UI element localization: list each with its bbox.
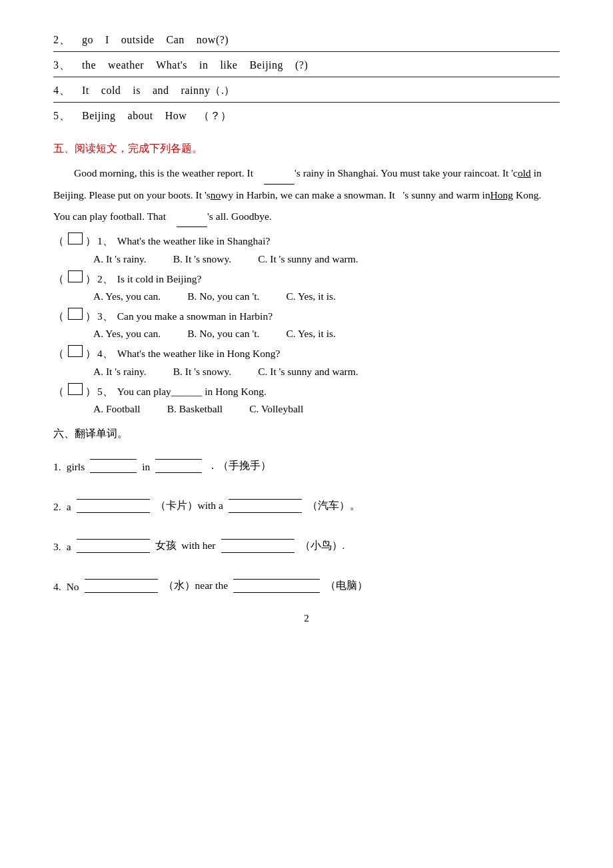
tr1-blank1-top[interactable] (90, 448, 137, 460)
q1-answer-box[interactable] (68, 232, 83, 244)
sentence-5-w3: How (165, 110, 187, 122)
q1-option-c: C. It 's sunny and warm. (258, 253, 358, 265)
q3-open-paren: （ (53, 308, 64, 325)
q5-answers: A. Football B. Basketball C. Volleyball (93, 403, 560, 415)
sentences-section: 2、 go I outside Can now(?) 3、 the weathe… (53, 27, 560, 127)
tr4-blank2-bot[interactable] (233, 581, 320, 593)
tr2-blank2-top[interactable] (229, 488, 302, 500)
sentence-5: 5、 Beijing about How （？） (53, 103, 560, 127)
tr2-a: a (67, 501, 71, 513)
tr1-blank1-bot[interactable] (90, 461, 137, 473)
sentence-3-w7: (?) (295, 59, 308, 71)
tr4-num: 4. (53, 581, 61, 593)
q2-close-paren: ） (85, 270, 96, 288)
tr1-blank2-top[interactable] (155, 448, 202, 460)
q1-option-b: B. It 's snowy. (173, 253, 231, 265)
q5-num: 5、 (97, 383, 113, 400)
sentence-2-w3: outside (121, 34, 155, 46)
tr1-w1: girls (67, 461, 85, 473)
sentence-4-w4: and (153, 85, 169, 97)
tr2-note: （汽车）。 (307, 499, 360, 513)
tr1-in: in (142, 461, 150, 473)
translate-row-1: 1. girls in ．（手挽手） (53, 448, 560, 473)
tr2-mid: （卡片）with a (155, 499, 223, 513)
tr3-blank2-bot[interactable] (221, 541, 295, 553)
sentence-4-w2: cold (101, 85, 121, 97)
reading-paragraph: Good morning, this is the weather report… (53, 163, 560, 227)
q4-num: 4、 (97, 345, 113, 362)
q4-option-b: B. It 's snowy. (173, 366, 231, 378)
sentence-2-w2: I (105, 34, 109, 46)
q1-answers: A. It 's rainy. B. It 's snowy. C. It 's… (93, 253, 560, 265)
sentence-5-w2: about (128, 110, 153, 122)
q5-option-b: B. Basketball (167, 403, 223, 415)
q3-answer-box[interactable] (68, 308, 83, 320)
section-6: 六、翻译单词。 1. girls in ．（手挽手） 2. a （卡片）with… (53, 427, 560, 593)
sentence-3-w6: Beijing (249, 59, 283, 71)
questions-section: （ ） 1、 What's the weather like in Shangh… (53, 232, 560, 415)
q5-option-a: A. Football (93, 403, 141, 415)
blank-1 (264, 163, 295, 185)
q2-open-paren: （ (53, 270, 64, 288)
tr3-blank1 (77, 528, 150, 553)
q4-open-paren: （ (53, 345, 64, 362)
tr4-mid: （水）near the (163, 579, 228, 593)
tr4-blank1-top[interactable] (85, 568, 158, 580)
q3-option-c: C. Yes, it is. (286, 328, 336, 340)
tr1-blank1 (90, 448, 137, 473)
tr2-blank1 (77, 488, 150, 513)
tr2-blank1-bot[interactable] (77, 501, 150, 513)
q3-answers: A. Yes, you can. B. No, you can 't. C. Y… (93, 328, 560, 340)
sentence-4-num: 4、 (53, 84, 70, 98)
q5-open-paren: （ (53, 383, 64, 400)
sentence-5-w4: （？） (199, 109, 232, 123)
tr3-blank2-top[interactable] (221, 528, 295, 540)
q2-option-c: C. Yes, it is. (286, 290, 336, 302)
question-row-4: （ ） 4、 What's the weather like in Hong K… (53, 345, 560, 362)
tr1-blank2-bot[interactable] (155, 461, 202, 473)
sentence-2-w1: go (82, 34, 93, 46)
q1-close-paren: ） (85, 232, 96, 250)
tr4-blank2-top[interactable] (233, 568, 320, 580)
sentence-2-num: 2、 (53, 33, 70, 47)
q1-open-paren: （ (53, 232, 64, 250)
q2-answers: A. Yes, you can. B. No, you can 't. C. Y… (93, 290, 560, 302)
q2-answer-box[interactable] (68, 270, 83, 282)
q4-option-a: A. It 's rainy. (93, 366, 147, 378)
q3-option-b: B. No, you can 't. (187, 328, 259, 340)
q2-text: Is it cold in Beijing? (117, 270, 560, 288)
tr2-blank2-bot[interactable] (229, 501, 302, 513)
q4-answer-box[interactable] (68, 345, 83, 357)
q4-option-c: C. It 's sunny and warm. (258, 366, 358, 378)
sentence-3-w1: the (82, 59, 96, 71)
tr3-blank2 (221, 528, 295, 553)
tr3-num: 3. (53, 541, 61, 553)
question-row-5: （ ） 5、 You can play______ in Hong Kong. (53, 383, 560, 400)
tr3-a: a (67, 541, 71, 553)
q1-option-a: A. It 's rainy. (93, 253, 147, 265)
tr4-blank1 (85, 568, 158, 593)
sentence-4-w3: is (133, 85, 141, 97)
q3-close-paren: ） (85, 308, 96, 325)
q2-option-a: A. Yes, you can. (93, 290, 161, 302)
sentence-2-w4: Can (167, 34, 185, 46)
tr3-blank1-top[interactable] (77, 528, 150, 540)
tr2-num: 2. (53, 501, 61, 513)
tr4-blank1-bot[interactable] (85, 581, 158, 593)
question-row-2: （ ） 2、 Is it cold in Beijing? (53, 270, 560, 288)
sentence-3-w4: in (199, 59, 208, 71)
tr3-note: （小鸟）. (300, 539, 345, 553)
q3-text: Can you make a snowman in Harbin? (117, 308, 560, 325)
sentence-4: 4、 It cold is and rainny（.） (53, 77, 560, 102)
sentence-3-num: 3、 (53, 59, 70, 73)
tr2-blank1-top[interactable] (77, 488, 150, 500)
tr3-blank1-bot[interactable] (77, 541, 150, 553)
translate-row-4: 4. No （水）near the （电脑） (53, 568, 560, 593)
sentence-5-w1: Beijing (82, 110, 116, 122)
q2-num: 2、 (97, 270, 113, 288)
blank-2 (177, 206, 208, 228)
q1-num: 1、 (97, 232, 113, 250)
sentence-3-w3: What's (156, 59, 187, 71)
q5-answer-box[interactable] (68, 383, 83, 395)
tr4-no: No (67, 581, 79, 593)
